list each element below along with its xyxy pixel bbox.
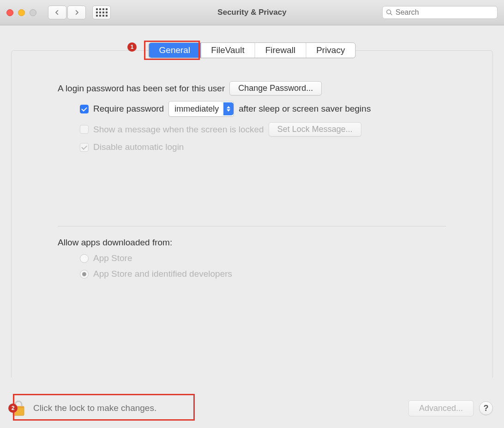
lock-icon[interactable] xyxy=(11,400,26,416)
preference-pane: General FileVault Firewall Privacy A log… xyxy=(11,50,493,378)
show-lock-message-checkbox xyxy=(80,125,89,134)
help-button[interactable]: ? xyxy=(479,401,493,415)
tab-firewall[interactable]: Firewall xyxy=(255,43,306,58)
tab-privacy[interactable]: Privacy xyxy=(306,43,355,58)
bottom-bar: Click the lock to make changes. Advanced… xyxy=(0,396,504,421)
require-password-suffix: after sleep or screen saver begins xyxy=(239,104,371,114)
lock-message: Click the lock to make changes. xyxy=(33,403,156,413)
search-input[interactable] xyxy=(382,6,498,19)
advanced-button: Advanced... xyxy=(408,400,474,416)
general-content: A login password has been set for this u… xyxy=(12,72,492,279)
tab-general[interactable]: General xyxy=(149,43,201,58)
search-wrap xyxy=(382,6,498,19)
radio-app-store-label: App Store xyxy=(93,253,132,263)
search-icon xyxy=(386,9,393,16)
tab-filevault[interactable]: FileVault xyxy=(201,43,255,58)
chevron-up-down-icon xyxy=(223,102,234,115)
disable-auto-login-label: Disable automatic login xyxy=(93,142,184,152)
allow-apps-header: Allow apps downloaded from: xyxy=(58,238,172,248)
password-set-label: A login password has been set for this u… xyxy=(58,83,225,94)
grid-icon xyxy=(96,8,108,17)
zoom-window-button xyxy=(30,9,36,16)
popup-value: immediately xyxy=(174,104,219,114)
nav-controls xyxy=(48,6,111,19)
back-button[interactable] xyxy=(48,6,66,19)
divider xyxy=(58,226,446,226)
show-lock-message-label: Show a message when the screen is locked xyxy=(93,125,264,135)
require-password-label: Require password xyxy=(93,104,164,114)
change-password-button[interactable]: Change Password... xyxy=(229,81,322,95)
minimize-window-button[interactable] xyxy=(18,9,25,16)
disable-auto-login-checkbox xyxy=(80,143,89,152)
svg-rect-1 xyxy=(13,406,24,408)
close-window-button[interactable] xyxy=(6,9,13,16)
show-all-button[interactable] xyxy=(92,6,111,19)
titlebar: Security & Privacy xyxy=(0,0,504,25)
require-password-delay-popup[interactable]: immediately xyxy=(168,101,234,117)
radio-identified-developers xyxy=(80,270,89,279)
require-password-checkbox[interactable] xyxy=(80,105,89,113)
radio-app-store xyxy=(80,254,89,263)
forward-button[interactable] xyxy=(67,6,86,19)
tabbar: General FileVault Firewall Privacy xyxy=(149,42,356,58)
window-controls xyxy=(6,9,36,16)
radio-identified-label: App Store and identified developers xyxy=(93,269,232,279)
set-lock-message-button: Set Lock Message... xyxy=(269,122,361,137)
window-title: Security & Privacy xyxy=(217,8,286,17)
